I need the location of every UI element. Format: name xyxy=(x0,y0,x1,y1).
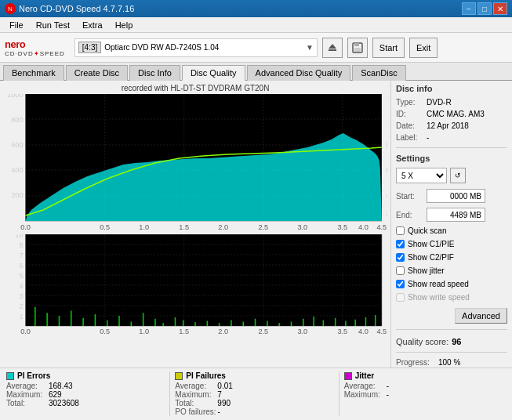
refresh-button[interactable]: ↺ xyxy=(450,168,466,183)
svg-text:0.0: 0.0 xyxy=(20,328,31,336)
pi-errors-total-label: Total: xyxy=(6,399,47,407)
svg-text:8: 8 xyxy=(19,241,23,249)
disc-id-row: ID: CMC MAG. AM3 xyxy=(396,110,507,118)
tab-scan-disc[interactable]: ScanDisc xyxy=(352,65,405,81)
pi-failures-avg-value: 0.01 xyxy=(217,382,232,390)
pi-failures-color xyxy=(175,372,183,380)
show-c2-checkbox[interactable] xyxy=(396,253,405,262)
pi-failures-po-label: PO failures: xyxy=(175,407,216,416)
pi-failures-chart: 10 8 7 6 5 4 3 2 1 0.0 0.5 1.0 1.5 2.0 2… xyxy=(3,234,387,336)
jitter-title: Jitter xyxy=(355,371,374,380)
pi-errors-stats: PI Errors Average: 168.43 Maximum: 629 T… xyxy=(5,371,170,416)
label-value: - xyxy=(427,133,429,142)
show-c1-checkbox[interactable] xyxy=(396,240,405,248)
right-panel: Disc info Type: DVD-R ID: CMC MAG. AM3 D… xyxy=(390,81,512,368)
eject-button[interactable] xyxy=(322,38,343,58)
svg-text:1.5: 1.5 xyxy=(179,223,189,231)
stats-area: PI Errors Average: 168.43 Maximum: 629 T… xyxy=(0,368,512,419)
menu-bar: File Run Test Extra Help xyxy=(0,17,512,33)
show-c1-row: Show C1/PIE xyxy=(396,240,507,248)
start-label: Start: xyxy=(396,192,423,201)
quality-score-label: Quality score: xyxy=(396,337,448,346)
svg-text:0.5: 0.5 xyxy=(100,223,110,231)
jitter-max-label: Maximum: xyxy=(344,390,385,399)
svg-text:4: 4 xyxy=(386,191,387,199)
svg-text:4.0: 4.0 xyxy=(358,328,369,336)
svg-text:16: 16 xyxy=(386,94,387,99)
svg-text:1000: 1000 xyxy=(7,94,23,99)
maximize-button[interactable]: □ xyxy=(478,2,492,15)
svg-text:600: 600 xyxy=(11,141,23,149)
pi-failures-po-value: - xyxy=(218,407,220,416)
jitter-color xyxy=(344,372,352,380)
start-button[interactable]: Start xyxy=(372,38,405,58)
jitter-avg-value: - xyxy=(387,382,389,390)
pi-failures-total-value: 990 xyxy=(217,399,231,407)
title-bar: N Nero CD-DVD Speed 4.7.7.16 − □ ✕ xyxy=(0,0,512,17)
quick-scan-checkbox[interactable] xyxy=(396,226,405,235)
app-title: Nero CD-DVD Speed 4.7.7.16 xyxy=(19,4,134,13)
jitter-avg-label: Average: xyxy=(344,382,385,390)
chart-title: recorded with HL-DT-ST DVDRAM GT20N xyxy=(3,84,387,92)
tab-disc-info[interactable]: Disc Info xyxy=(129,65,180,81)
minimize-button[interactable]: − xyxy=(462,2,476,15)
toolbar: nero CD·DVD✦SPEED [4:3] Optiarc DVD RW A… xyxy=(0,33,512,63)
svg-text:800: 800 xyxy=(11,116,23,124)
exit-button[interactable]: Exit xyxy=(409,38,438,58)
svg-text:2.0: 2.0 xyxy=(218,223,228,231)
drive-badge: [4:3] xyxy=(78,42,101,53)
svg-text:4.5: 4.5 xyxy=(376,223,387,231)
pi-errors-color xyxy=(6,372,14,380)
show-jitter-checkbox[interactable] xyxy=(396,266,405,275)
date-value: 12 Apr 2018 xyxy=(427,121,469,130)
disc-type-row: Type: DVD-R xyxy=(396,98,507,107)
svg-text:4: 4 xyxy=(19,282,23,290)
start-input[interactable] xyxy=(427,189,485,203)
speed-select[interactable]: 5 X Maximum 1 X 2 X 4 X 8 X xyxy=(396,168,447,183)
progress-value: 100 % xyxy=(438,358,460,367)
menu-run-test[interactable]: Run Test xyxy=(30,19,76,31)
tab-disc-quality[interactable]: Disc Quality xyxy=(182,65,245,81)
show-c2-label: Show C2/PIF xyxy=(408,253,454,262)
svg-text:3.5: 3.5 xyxy=(337,223,347,231)
pi-failures-stats: PI Failures Average: 0.01 Maximum: 7 Tot… xyxy=(170,371,339,416)
svg-rect-3 xyxy=(354,43,359,46)
disc-label-row: Label: - xyxy=(396,133,507,142)
menu-extra[interactable]: Extra xyxy=(76,19,109,31)
svg-text:2.5: 2.5 xyxy=(258,223,268,231)
show-read-speed-checkbox[interactable] xyxy=(396,280,405,288)
end-label: End: xyxy=(396,211,423,219)
menu-file[interactable]: File xyxy=(3,19,30,31)
svg-text:5: 5 xyxy=(19,272,23,280)
svg-text:3.0: 3.0 xyxy=(297,223,307,231)
type-label: Type: xyxy=(396,98,423,107)
show-c2-row: Show C2/PIF xyxy=(396,253,507,262)
tab-benchmark[interactable]: Benchmark xyxy=(3,65,64,81)
show-read-speed-label: Show read speed xyxy=(408,280,469,288)
start-field-row: Start: xyxy=(396,189,507,203)
dropdown-arrow-icon: ▼ xyxy=(306,43,314,52)
end-input[interactable] xyxy=(427,208,485,222)
close-button[interactable]: ✕ xyxy=(493,2,507,15)
drive-selector[interactable]: [4:3] Optiarc DVD RW AD-7240S 1.04 ▼ xyxy=(74,38,318,57)
svg-rect-1 xyxy=(329,49,336,51)
menu-help[interactable]: Help xyxy=(109,19,140,31)
app-icon: N xyxy=(5,3,16,14)
svg-text:1: 1 xyxy=(19,313,23,320)
tab-create-disc[interactable]: Create Disc xyxy=(66,65,128,81)
save-button[interactable] xyxy=(347,38,368,58)
quick-scan-row: Quick scan xyxy=(396,226,507,235)
tab-bar: Benchmark Create Disc Disc Info Disc Qua… xyxy=(0,63,512,81)
tab-advanced-disc-quality[interactable]: Advanced Disc Quality xyxy=(247,65,351,81)
svg-marker-0 xyxy=(329,44,336,49)
svg-text:0.5: 0.5 xyxy=(100,328,110,336)
svg-text:1.0: 1.0 xyxy=(139,223,149,231)
pi-errors-max-value: 629 xyxy=(49,390,62,399)
chart-area: recorded with HL-DT-ST DVDRAM GT20N xyxy=(0,81,390,368)
svg-rect-4 xyxy=(354,48,361,52)
svg-text:1.5: 1.5 xyxy=(179,328,189,336)
svg-text:3.5: 3.5 xyxy=(337,328,347,336)
advanced-button[interactable]: Advanced xyxy=(455,308,507,324)
pi-failures-avg-label: Average: xyxy=(175,382,216,390)
drive-name: Optiarc DVD RW AD-7240S 1.04 xyxy=(104,43,303,52)
